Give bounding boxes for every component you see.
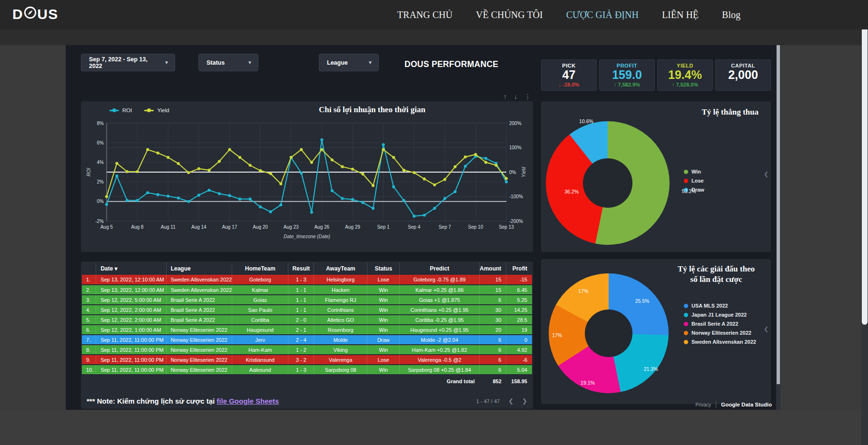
browser-scrollbar-thumb[interactable] bbox=[862, 18, 868, 325]
column-header-predict[interactable]: Predict bbox=[400, 262, 480, 275]
slice-label: 53.2% bbox=[682, 188, 696, 194]
cell-amount: 20 bbox=[480, 325, 506, 335]
league-filter[interactable]: League ▼ bbox=[319, 54, 379, 71]
nav-item-about[interactable]: VỀ CHÚNG TÔI bbox=[476, 10, 543, 20]
cell-date: Sep 11, 2022, 11:00:00 PM bbox=[96, 335, 166, 345]
table-row[interactable]: 10.Sep 11, 2022, 11:00:00 PMNorway Elite… bbox=[82, 365, 532, 375]
scrollbar-thumb[interactable] bbox=[777, 45, 780, 384]
column-header-result[interactable]: Result bbox=[288, 262, 314, 275]
legend-item-roi[interactable]: ROI bbox=[109, 107, 132, 113]
table-row[interactable]: 3.Sep 12, 2022, 5:00:00 AMBrasil Serie A… bbox=[82, 295, 532, 305]
svg-text:Sep 10: Sep 10 bbox=[468, 224, 483, 230]
svg-text:100%: 100% bbox=[509, 145, 522, 150]
kpi-row: PICK 47 ↓ -19.0% PROFIT 159.0 ↑ 7,582.9%… bbox=[541, 59, 771, 91]
arrow-up-icon[interactable]: ↑ bbox=[503, 93, 507, 100]
svg-text:6%: 6% bbox=[97, 140, 104, 145]
cell-away: Corinthians bbox=[314, 305, 367, 315]
site-logo[interactable]: DUS bbox=[12, 6, 59, 22]
top-navigation-bar: DUS TRANG CHỦ VỀ CHÚNG TÔI CƯỢC GIẢ ĐỊNH… bbox=[0, 0, 868, 29]
nav-item-home[interactable]: TRANG CHỦ bbox=[397, 10, 453, 20]
cell-date: Sep 12, 2022, 1:00:00 AM bbox=[96, 325, 166, 335]
legend-label: Norway Eliteserien 2022 bbox=[691, 330, 751, 336]
svg-text:Aug 20: Aug 20 bbox=[253, 224, 268, 230]
page-bottom-strip bbox=[0, 410, 868, 445]
legend-label: Brasil Serie A 2022 bbox=[691, 321, 738, 327]
google-data-studio-logo[interactable]: Google Data Studio bbox=[721, 402, 772, 407]
svg-text:Aug 17: Aug 17 bbox=[222, 224, 237, 230]
cell-profit: 6.45 bbox=[506, 285, 532, 295]
cell-status: Win bbox=[367, 315, 400, 325]
note-prefix: *** Note: Kiểm chứng lịch sử cược tại bbox=[87, 397, 217, 405]
nav-item-blog[interactable]: Blog bbox=[722, 10, 740, 20]
nav-item-contact[interactable]: LIÊN HỆ bbox=[662, 10, 699, 20]
legend-item-yield[interactable]: Yield bbox=[144, 107, 169, 113]
chevron-left-icon[interactable]: ❮ bbox=[764, 171, 769, 177]
column-header-date[interactable]: Date ▾ bbox=[96, 262, 166, 275]
chevron-left-icon[interactable]: ❮ bbox=[764, 326, 769, 332]
x-axis-title: Date_timezone (Date) bbox=[81, 234, 533, 239]
dashboard-scrollbar[interactable] bbox=[776, 45, 780, 410]
cell-predict: Kalmar +0.25 @1.86 bbox=[400, 285, 480, 295]
cell-home: Goteborg bbox=[232, 275, 288, 285]
table-row[interactable]: 1.Sep 13, 2022, 12:10:00 AMSweden Allsve… bbox=[82, 275, 532, 285]
kebab-menu-icon[interactable]: ⋮ bbox=[524, 93, 531, 100]
league-share-donut[interactable] bbox=[549, 273, 669, 393]
column-header-hometeam[interactable]: HomeTeam bbox=[232, 262, 288, 275]
table-row[interactable]: 2.Sep 13, 2022, 12:00:00 AMSweden Allsve… bbox=[82, 285, 532, 295]
status-filter[interactable]: Status ▼ bbox=[198, 54, 258, 71]
column-header-status[interactable]: Status bbox=[367, 262, 400, 275]
column-header-amount[interactable]: Amount bbox=[480, 262, 506, 275]
previous-page-icon[interactable]: ❮ bbox=[508, 397, 513, 405]
table-row[interactable]: 8.Sep 11, 2022, 11:00:00 PMNorway Elites… bbox=[82, 345, 532, 355]
table-row[interactable]: 9.Sep 11, 2022, 11:00:00 PMNorway Elites… bbox=[82, 355, 532, 365]
line-chart-title: Chỉ số lợi nhuận theo thời gian bbox=[319, 105, 425, 115]
note-bar: *** Note: Kiểm chứng lịch sử cược tại fi… bbox=[87, 397, 527, 405]
svg-text:ROI: ROI bbox=[86, 168, 91, 176]
legend-item[interactable]: Norway Eliteserien 2022 bbox=[684, 330, 756, 336]
legend-dot-icon bbox=[684, 331, 688, 335]
svg-text:Aug 11: Aug 11 bbox=[161, 224, 176, 230]
cell-league: Norway Eliteserien 2022 bbox=[166, 345, 232, 355]
legend-dot-icon bbox=[684, 322, 688, 326]
cell-away: Sarpsborg 08 bbox=[314, 365, 367, 375]
kpi-value: 159.0 bbox=[600, 68, 654, 82]
win-lose-donut[interactable] bbox=[546, 121, 670, 245]
cell-result: 1 - 1 bbox=[288, 285, 314, 295]
legend-item[interactable]: Sweden Allsvenskan 2022 bbox=[684, 339, 756, 345]
cell-profit: 5.04 bbox=[506, 365, 532, 375]
cell-date: Sep 12, 2022, 5:00:00 AM bbox=[96, 295, 166, 305]
column-header-index[interactable] bbox=[82, 262, 96, 275]
next-page-icon[interactable]: ❯ bbox=[522, 397, 527, 405]
column-header-awayteam[interactable]: AwayTeam bbox=[314, 262, 367, 275]
cell-amount: 6 bbox=[480, 345, 506, 355]
table-row[interactable]: 6.Sep 12, 2022, 1:00:00 AMNorway Elitese… bbox=[82, 325, 532, 335]
legend-item[interactable]: Brasil Serie A 2022 bbox=[684, 321, 756, 327]
column-header-profit[interactable]: Profit bbox=[506, 262, 532, 275]
cell-status: Lose bbox=[367, 275, 400, 285]
privacy-link[interactable]: Privacy bbox=[696, 402, 711, 407]
legend-label: Yield bbox=[157, 107, 169, 113]
svg-text:0%: 0% bbox=[97, 199, 104, 204]
table-row[interactable]: 4.Sep 12, 2022, 2:00:00 AMBrasil Serie A… bbox=[82, 305, 532, 315]
cell-predict: Corinthians +0.25 @1.95 bbox=[400, 305, 480, 315]
cell-num: 1. bbox=[82, 275, 96, 285]
google-sheets-link[interactable]: file Google Sheets bbox=[217, 397, 279, 405]
legend-item[interactable]: Japan J1 League 2022 bbox=[684, 312, 756, 318]
svg-text:200%: 200% bbox=[509, 121, 522, 126]
table-row[interactable]: 5.Sep 12, 2022, 2:00:00 AMBrasil Serie A… bbox=[82, 315, 532, 325]
cell-away: Flamengo RJ bbox=[314, 295, 367, 305]
nav-item-hypothetical-bets[interactable]: CƯỢC GIẢ ĐỊNH bbox=[566, 10, 639, 20]
arrow-down-icon[interactable]: ↓ bbox=[514, 93, 517, 100]
svg-text:Aug 14: Aug 14 bbox=[191, 224, 207, 230]
date-range-filter[interactable]: Sep 7, 2022 - Sep 13, 2022 ▼ bbox=[81, 54, 175, 71]
legend-item[interactable]: USA MLS 2022 bbox=[684, 303, 756, 309]
table-row[interactable]: 7.Sep 11, 2022, 11:00:00 PMNorway Elites… bbox=[82, 335, 532, 345]
cell-num: 5. bbox=[82, 315, 96, 325]
legend-item[interactable]: Win bbox=[684, 169, 704, 174]
kpi-delta: ↓ -19.0% bbox=[542, 82, 596, 87]
legend-swatch-icon bbox=[109, 110, 119, 111]
column-header-league[interactable]: League bbox=[166, 262, 232, 275]
line-chart[interactable]: 8%6%4%2%0%-2%200%100%0%-100%-200%Aug 5Au… bbox=[85, 120, 529, 240]
legend-item[interactable]: Lose bbox=[684, 178, 704, 184]
cell-amount: 30 bbox=[480, 305, 506, 315]
